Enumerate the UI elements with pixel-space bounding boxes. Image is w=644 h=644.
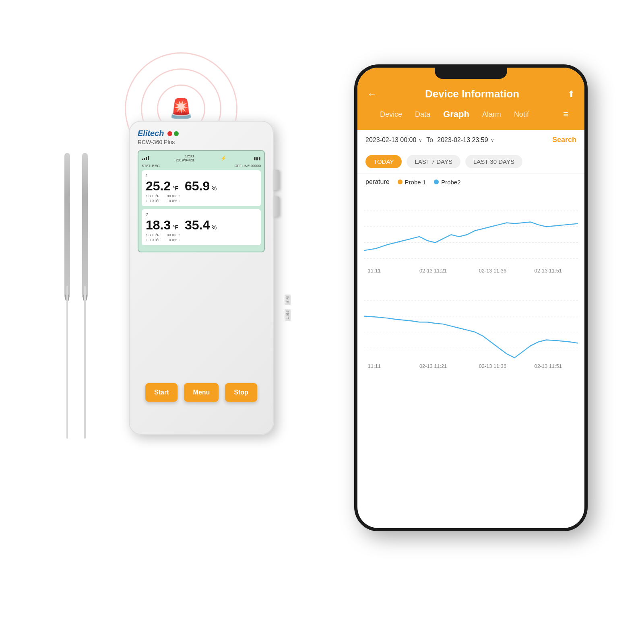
- x-label-2-top: 02-13 11:21: [419, 268, 447, 274]
- quick-filters: TODAY LAST 7 DAYS LAST 30 DAYS: [357, 150, 584, 173]
- x-label-1-top: 11:11: [368, 268, 381, 274]
- brand-section: Elitech: [138, 129, 265, 138]
- device-status-row: STAT: REC OFFLINE:00000: [142, 164, 261, 168]
- side-button-1[interactable]: [273, 170, 279, 190]
- usb-slot-label: USB: [285, 310, 291, 321]
- tab-graph[interactable]: Graph: [437, 105, 476, 124]
- tab-alarm[interactable]: Alarm: [476, 106, 508, 123]
- sensor-1-label: 1: [146, 173, 257, 178]
- bluetooth-icon: ⚡: [221, 155, 227, 161]
- legend-probe2: Probe2: [434, 179, 460, 186]
- x-label-3-top: 02-13 11:36: [479, 268, 506, 274]
- chart-svg-top: 11:11 02-13 11:21 02-13 11:36 02-13 11:5…: [364, 194, 578, 275]
- chart-svg-bottom: 11:11 02-13 11:21 02-13 11:36 02-13 11:5…: [364, 284, 578, 372]
- sensor-2-label: 2: [146, 213, 257, 217]
- sensor-2-readings: 18.3 °F 35.4 %: [146, 219, 257, 231]
- date-to-chevron: ∨: [491, 137, 494, 143]
- sensor-1-temp: 25.2 °F: [146, 180, 178, 192]
- date-to-picker[interactable]: 2023-02-13 23:59 ∨: [437, 136, 494, 144]
- probe-1: [64, 153, 70, 298]
- sensor-2-block: 2 18.3 °F 35.4 % ↑ 30.0°F ↓ -10.0°F: [142, 209, 261, 245]
- phone-frame: ← Device Information ⬆ Device Data Graph…: [354, 64, 588, 531]
- app-nav-top: ← Device Information ⬆: [367, 88, 575, 100]
- dot-red: [167, 131, 172, 136]
- filter-7days[interactable]: LAST 7 DAYS: [407, 155, 460, 168]
- sensor-1-humidity: 65.9 %: [185, 180, 217, 192]
- hamburger-menu-icon[interactable]: ≡: [563, 109, 568, 120]
- device-body: Elitech RCW-360 Plus 12:03 2019/0: [129, 121, 274, 435]
- status-label: STAT: REC: [142, 164, 160, 168]
- slot-labels: SIM USB: [285, 295, 291, 321]
- phone-screen: ← Device Information ⬆ Device Data Graph…: [357, 68, 584, 528]
- legend-label-probe2: Probe2: [441, 179, 460, 186]
- side-button-2[interactable]: [273, 196, 279, 217]
- screen-time: 12:03 2019/04/28: [176, 154, 194, 162]
- probe-2-assembly: [82, 153, 88, 298]
- legend-dot-probe1: [398, 180, 402, 184]
- screen-header: 12:03 2019/04/28 ⚡ ▮▮▮: [142, 154, 261, 162]
- date-from-picker[interactable]: 2023-02-13 00:00 ∨: [365, 136, 422, 144]
- app-tabs: Device Data Graph Alarm Notif ≡: [367, 105, 575, 124]
- sensor-1-block: 1 25.2 °F 65.9 % ↑ 30.0°F ↓ -10.0°F: [142, 170, 261, 206]
- probe-2-wire: [84, 286, 86, 439]
- x-label-3-bottom: 02-13 11:36: [479, 363, 506, 369]
- x-label-2-bottom: 02-13 11:21: [419, 363, 447, 369]
- date-from-value: 2023-02-13 00:00: [365, 136, 416, 144]
- sensor-1-readings: 25.2 °F 65.9 %: [146, 180, 257, 192]
- offline-label: OFFLINE:00000: [234, 164, 261, 168]
- sensor-2-temp: 18.3 °F: [146, 219, 178, 231]
- app-title: Device Information: [425, 88, 519, 100]
- probe-1-assembly: [64, 153, 70, 298]
- stop-button[interactable]: Stop: [225, 383, 257, 402]
- to-label: To: [426, 136, 433, 144]
- date-to-value: 2023-02-13 23:59: [437, 136, 488, 144]
- legend-probe1: Probe 1: [398, 179, 426, 186]
- date-from-chevron: ∨: [419, 137, 422, 143]
- x-label-4-top: 02-13 11:51: [535, 268, 562, 274]
- x-label-4-bottom: 02-13 11:51: [535, 363, 562, 369]
- start-button[interactable]: Start: [145, 383, 178, 402]
- chart-bottom: 11:11 02-13 11:21 02-13 11:36 02-13 11:5…: [357, 280, 584, 374]
- chart-top: 11:11 02-13 11:21 02-13 11:36 02-13 11:5…: [357, 190, 584, 277]
- sensor-2-limits: ↑ 30.0°F ↓ -10.0°F 90.0% ↑ 10.0% ↓: [146, 233, 257, 242]
- signal-bars: [142, 156, 149, 160]
- probe-1-wire: [66, 286, 68, 439]
- sensor-1-limits: ↑ 30.0°F ↓ -10.0°F 90.0% ↑ 10.0% ↓: [146, 194, 257, 203]
- brand-name: Elitech: [138, 129, 164, 138]
- filter-30days[interactable]: LAST 30 DAYS: [465, 155, 522, 168]
- model-name: RCW-360 Plus: [138, 139, 265, 145]
- graph-legend: perature Probe 1 Probe2: [357, 173, 584, 190]
- date-range-bar: 2023-02-13 00:00 ∨ To 2023-02-13 23:59 ∨…: [357, 130, 584, 150]
- device-screen: 12:03 2019/04/28 ⚡ ▮▮▮ STAT: REC OFFLINE…: [138, 150, 265, 252]
- sim-slot-label: SIM: [285, 295, 291, 305]
- legend-section-label: perature: [365, 178, 390, 186]
- phone-notch: [435, 64, 507, 79]
- back-button[interactable]: ←: [367, 89, 377, 100]
- menu-button[interactable]: Menu: [184, 383, 219, 402]
- dot-green: [174, 131, 179, 136]
- device-action-buttons[interactable]: Start Menu Stop: [145, 383, 257, 402]
- sensor-2-humidity: 35.4 %: [185, 219, 217, 231]
- device-top: Elitech RCW-360 Plus: [130, 122, 273, 150]
- tab-data[interactable]: Data: [409, 106, 437, 123]
- legend-label-probe1: Probe 1: [405, 179, 426, 186]
- tab-notif[interactable]: Notif: [508, 106, 535, 123]
- battery-icon: ▮▮▮: [254, 156, 261, 161]
- alarm-icon: 🚨: [169, 97, 193, 120]
- search-button[interactable]: Search: [552, 136, 576, 144]
- color-indicator: [167, 131, 179, 136]
- device-side-buttons: [273, 170, 279, 217]
- probe-2: [82, 153, 88, 298]
- probe-container: [64, 153, 88, 298]
- x-label-1-bottom: 11:11: [368, 363, 381, 369]
- filter-today[interactable]: TODAY: [365, 155, 402, 168]
- legend-dot-probe2: [434, 180, 439, 184]
- share-icon[interactable]: ⬆: [568, 89, 575, 99]
- tab-device[interactable]: Device: [374, 106, 409, 123]
